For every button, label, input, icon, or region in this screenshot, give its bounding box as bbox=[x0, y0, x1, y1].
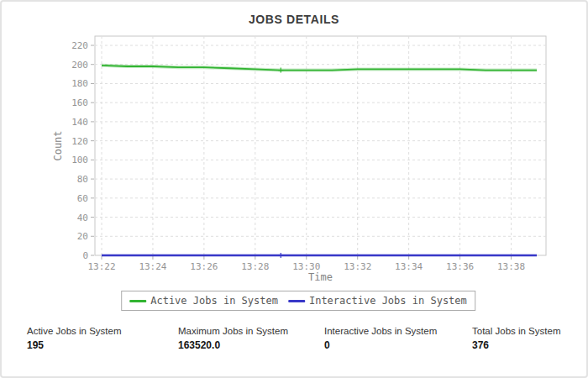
stat-label: Maximum Jobs in System bbox=[178, 326, 288, 336]
y-tick-label: 200 bbox=[71, 60, 88, 71]
y-tick-label: 60 bbox=[77, 193, 88, 204]
stat-value: 163520.0 bbox=[178, 339, 288, 351]
y-tick-label: 20 bbox=[77, 231, 88, 242]
x-tick-label: 13:38 bbox=[497, 261, 525, 272]
x-tick-label: 13:24 bbox=[139, 261, 166, 272]
stat-label: Active Jobs in System bbox=[27, 326, 121, 336]
y-tick-label: 40 bbox=[77, 213, 88, 223]
legend-swatch-icon bbox=[288, 300, 305, 302]
y-axis-label: Count bbox=[52, 130, 64, 160]
legend-label: Active Jobs in System bbox=[150, 295, 278, 307]
y-tick-label: 100 bbox=[71, 155, 88, 165]
x-tick-label: 13:28 bbox=[241, 261, 269, 272]
x-tick-label: 13:32 bbox=[344, 261, 371, 272]
y-tick-label: 80 bbox=[77, 174, 88, 185]
x-tick-label: 13:34 bbox=[395, 261, 423, 272]
x-tick-label: 13:26 bbox=[190, 261, 218, 272]
x-tick-label: 13:22 bbox=[87, 261, 115, 272]
y-tick-label: 220 bbox=[71, 40, 88, 51]
y-tick-label: 120 bbox=[71, 136, 88, 147]
stat-value: 195 bbox=[27, 339, 121, 351]
stat-interactive-jobs: Interactive Jobs in System 0 bbox=[324, 326, 437, 351]
y-tick-label: 160 bbox=[71, 97, 88, 108]
y-tick-label: 0 bbox=[82, 250, 88, 261]
stat-value: 376 bbox=[472, 339, 560, 351]
stat-value: 0 bbox=[324, 339, 437, 351]
legend-swatch-icon bbox=[129, 300, 146, 302]
stat-active-jobs: Active Jobs in System 195 bbox=[27, 326, 121, 351]
chart-legend: Active Jobs in SystemInteractive Jobs in… bbox=[121, 291, 475, 311]
x-tick-label: 13:36 bbox=[446, 261, 474, 272]
x-axis-label: Time bbox=[308, 271, 333, 283]
jobs-line-chart: 02040608010012014016018020022013:2213:24… bbox=[2, 2, 588, 287]
jobs-details-panel: JOBS DETAILS 020406080100120140160180200… bbox=[0, 0, 588, 378]
stat-label: Total Jobs in System bbox=[472, 326, 560, 336]
legend-label: Interactive Jobs in System bbox=[309, 295, 467, 307]
legend-item: Active Jobs in System bbox=[129, 295, 278, 307]
stat-label: Interactive Jobs in System bbox=[324, 326, 437, 336]
stat-total-jobs: Total Jobs in System 376 bbox=[472, 326, 560, 351]
y-tick-label: 180 bbox=[71, 78, 88, 89]
stat-maximum-jobs: Maximum Jobs in System 163520.0 bbox=[178, 326, 288, 351]
legend-item: Interactive Jobs in System bbox=[288, 295, 467, 307]
y-tick-label: 140 bbox=[71, 117, 88, 128]
